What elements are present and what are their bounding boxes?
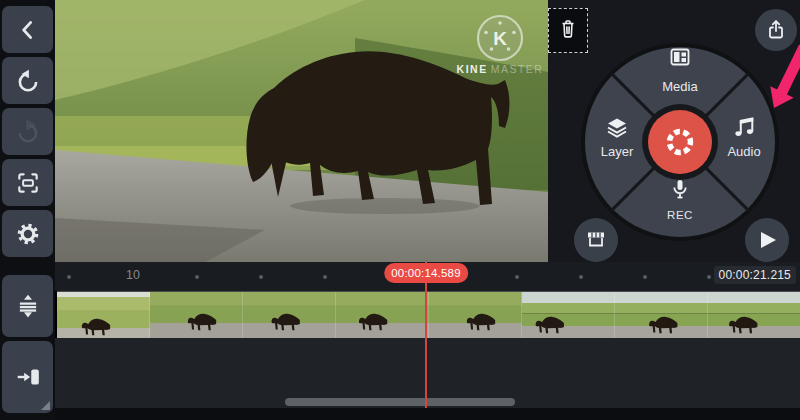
clip-thumbnail xyxy=(615,292,708,338)
ruler-tick-dot xyxy=(67,275,71,279)
watermark-letter: K xyxy=(493,28,507,49)
ruler-tick-dot xyxy=(515,275,519,279)
trash-icon xyxy=(556,16,580,46)
clip-thumbnail xyxy=(429,292,522,338)
wheel-label-media: Media xyxy=(662,79,698,94)
svg-text:KINEMASTER: KINEMASTER xyxy=(457,63,544,75)
ruler-tick-dot xyxy=(195,275,199,279)
sidebar xyxy=(0,0,55,420)
clip-thumbnail xyxy=(522,292,615,338)
chevron-left-icon xyxy=(15,17,41,43)
video-clip-track[interactable] xyxy=(57,291,800,338)
ruler-second-label: 10 xyxy=(126,268,140,282)
kinemaster-app: K KINEMASTER xyxy=(0,0,800,420)
ruler-tick-dot xyxy=(707,275,711,279)
preview-scene: K KINEMASTER xyxy=(55,0,548,262)
clip-thumbnail xyxy=(336,292,429,338)
ruler-tick-dot xyxy=(643,275,647,279)
capture-frame-button[interactable] xyxy=(2,159,53,206)
jump-to-end-button[interactable] xyxy=(2,341,53,413)
wheel-label-rec: REC xyxy=(667,209,693,221)
gear-icon xyxy=(15,221,41,247)
redo-icon xyxy=(15,119,41,145)
wheel-label-audio: Audio xyxy=(727,144,760,159)
timeline-bottom-edge xyxy=(55,408,800,420)
redo-button[interactable] xyxy=(2,108,53,155)
undo-icon xyxy=(15,68,41,94)
settings-button[interactable] xyxy=(2,210,53,257)
clip-thumbnail xyxy=(57,292,150,338)
timeline-scrollbar[interactable] xyxy=(285,398,515,406)
resize-corner-icon xyxy=(41,401,50,410)
current-time-badge: 00:00:14.589 xyxy=(384,263,468,283)
track-height-icon xyxy=(15,293,41,319)
wheel-label-layer: Layer xyxy=(601,144,634,159)
ruler-tick-dot xyxy=(323,275,327,279)
total-duration: 00:00:21.215 xyxy=(714,266,796,284)
undo-button[interactable] xyxy=(2,57,53,104)
clip-thumbnail xyxy=(708,292,800,338)
ruler-tick-dot xyxy=(259,275,263,279)
export-button[interactable] xyxy=(755,9,797,51)
back-button[interactable] xyxy=(2,6,53,53)
clip-thumbnail xyxy=(243,292,336,338)
capture-center-button[interactable] xyxy=(642,104,718,180)
track-height-button[interactable] xyxy=(2,275,53,337)
delete-clip-button[interactable] xyxy=(548,8,588,53)
jump-to-end-icon xyxy=(15,364,41,390)
annotation-arrow xyxy=(770,45,800,108)
clip-thumbnail xyxy=(150,292,243,338)
frame-capture-icon xyxy=(15,170,41,196)
playhead-line xyxy=(425,262,427,408)
video-preview[interactable]: K KINEMASTER xyxy=(55,0,548,262)
ruler-tick-dot xyxy=(579,275,583,279)
play-button[interactable] xyxy=(745,218,789,262)
asset-store-button[interactable] xyxy=(574,218,618,262)
